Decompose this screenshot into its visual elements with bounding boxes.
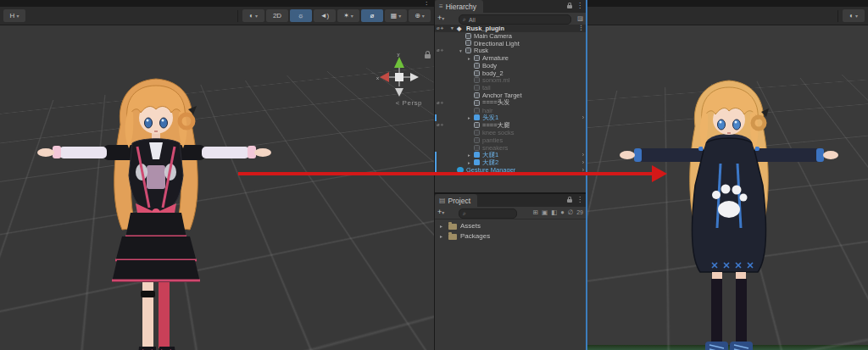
hierarchy-item[interactable]: sonom.ml [435, 77, 587, 85]
hierarchy-item[interactable]: ▸大腿2› [435, 158, 587, 166]
hierarchy-item[interactable]: ø⌖▾Rusk [435, 47, 587, 54]
y-axis-cone [394, 57, 404, 68]
scene-audio-icon[interactable]: ◄) [314, 9, 336, 22]
project-folder-row[interactable]: ▸Assets [435, 220, 587, 231]
right-window-strip [587, 0, 868, 7]
prefab-override-bar [435, 152, 437, 159]
expand-arrow-icon[interactable]: ▸ [440, 233, 445, 239]
visibility-picking-toggles[interactable]: ø⌖ [435, 100, 451, 106]
hierarchy-item[interactable]: ▸头发1› [435, 114, 587, 122]
expand-arrow-icon[interactable]: ▾ [451, 25, 457, 31]
scene-canvas-left[interactable]: y x < Persp [0, 25, 434, 350]
hierarchy-item[interactable]: panties [435, 136, 587, 144]
visibility-picking-toggles[interactable]: ø⌖ [435, 122, 451, 128]
gameobject-icon [474, 55, 480, 61]
expand-arrow-icon[interactable]: ▸ [468, 153, 474, 158]
scene-toolbar-icons: ◐▾2D☼◄)✶▾ø▦▾⊕▾ [237, 9, 431, 22]
y-axis-label: y [398, 53, 400, 57]
prefab-nav-arrow-icon[interactable]: › [582, 114, 584, 122]
lock-icon[interactable] [425, 54, 431, 58]
tab-label: Project [448, 197, 470, 205]
hierarchy-item[interactable]: hair [435, 107, 587, 114]
hierarchy-item[interactable]: ø⌖====大腿 [435, 121, 587, 129]
scene-visibility-icon: ø [370, 12, 375, 19]
item-menu-icon[interactable]: ⋮ [578, 25, 584, 32]
search-filter-value: All [469, 17, 476, 23]
project-search-input[interactable]: ⌕ [459, 208, 517, 219]
hidden-packages-icon[interactable]: ∅ [568, 208, 574, 216]
effects-icon[interactable]: ✶▾ [337, 9, 359, 22]
filter-type-icon[interactable]: ● [560, 208, 565, 216]
tool-handle-dropdown[interactable]: H ▾ [3, 9, 25, 22]
chevron-down-icon: ▾ [442, 210, 444, 215]
hierarchy-item[interactable]: sneakers [435, 144, 587, 152]
hierarchy-item[interactable]: ▸大腿1› [435, 152, 587, 159]
prefab-icon [474, 159, 480, 165]
hierarchy-search-input[interactable]: ⌕ All [459, 14, 571, 25]
expand-arrow-icon[interactable]: ▸ [468, 115, 474, 120]
expand-arrow-icon[interactable]: ▸ [468, 160, 474, 165]
perspective-label[interactable]: < Persp [396, 99, 422, 107]
2d-toggle[interactable]: 2D [266, 9, 288, 22]
create-button[interactable]: +▾ [437, 14, 444, 22]
expand-arrow-icon[interactable]: ▸ [440, 223, 445, 229]
hierarchy-item[interactable]: ø⌖====头发 [435, 99, 587, 107]
lace-up-boots [135, 347, 181, 350]
hierarchy-item[interactable]: Body [435, 62, 587, 69]
scene-lighting-icon: ☼ [298, 12, 303, 19]
scene-canvas-right[interactable] [587, 25, 868, 350]
gameobject-icon [474, 63, 480, 69]
hierarchy-item[interactable]: body_2 [435, 69, 587, 77]
prefab-nav-arrow-icon[interactable]: › [582, 152, 584, 159]
prefab-nav-arrow-icon[interactable]: › [582, 158, 584, 166]
lock-icon[interactable] [567, 199, 572, 203]
hierarchy-item[interactable]: ▸Armature [435, 54, 587, 62]
hierarchy-panel: ≡ Hierarchy ⋮ +▾ ⌕ All ▨ ø⌖▾◆Rusk_plugin… [435, 0, 587, 192]
gizmo-center-cube [395, 73, 403, 81]
packages-icon[interactable]: ▣ [542, 208, 548, 216]
hierarchy-item[interactable]: tail [435, 84, 587, 92]
item-label: Rusk [474, 47, 488, 54]
visibility-picking-toggles[interactable]: ø⌖ [435, 47, 451, 53]
item-label: panties [482, 136, 503, 144]
project-tabstrip: ▤ Project ⋮ [435, 194, 587, 207]
filter-icon[interactable]: ▨ [577, 14, 583, 22]
expand-arrow-icon[interactable]: ▾ [459, 48, 465, 53]
hierarchy-item[interactable]: Anchor Target [435, 92, 587, 99]
2d-toggle: 2D [273, 12, 281, 19]
create-button[interactable]: +▾ [437, 208, 444, 216]
project-folder-row[interactable]: ▸Packages [435, 231, 587, 241]
hierarchy-item[interactable]: Directional Light [435, 40, 587, 47]
gameobject-icon [465, 33, 471, 39]
gizmos-icon[interactable]: ⊕▾ [409, 9, 431, 22]
open-search-icon[interactable]: ⊞ [533, 208, 538, 216]
scene-orientation-gizmo[interactable]: y x [375, 53, 424, 102]
camera-settings-icon[interactable]: ▦▾ [385, 9, 407, 22]
scene-lighting-icon[interactable]: ☼ [290, 9, 312, 22]
scene-visibility-icon[interactable]: ø [361, 9, 383, 22]
panel-menu-icon[interactable]: ⋮ [576, 196, 583, 203]
filter-label-icon[interactable]: ◧ [551, 208, 557, 216]
hierarchy-toolbar: +▾ ⌕ All ▨ [435, 13, 587, 25]
visibility-picking-toggles[interactable]: ø⌖ [435, 25, 451, 31]
character-left-idol-outfit[interactable] [31, 72, 278, 350]
hierarchy-item[interactable]: ø⌖▾◆Rusk_plugin⋮ [435, 25, 587, 32]
prefab-override-bar [435, 158, 437, 166]
axis-cone-down [395, 88, 403, 97]
gameobject-icon [474, 85, 480, 91]
scene-toolbar-right: ◐▾ [587, 7, 868, 25]
hierarchy-item[interactable]: Main Camera [435, 32, 587, 40]
window-menu-icon[interactable]: ⋮ [423, 0, 430, 6]
hierarchy-item[interactable]: knee socks [435, 129, 587, 136]
panel-menu-icon[interactable]: ⋮ [576, 2, 583, 9]
expand-arrow-icon[interactable]: ▸ [468, 56, 474, 61]
lock-icon[interactable] [567, 5, 572, 8]
tab-hierarchy[interactable]: ≡ Hierarchy [435, 0, 483, 13]
shading-mode-icon[interactable]: ◐▾ [843, 9, 865, 22]
tab-project[interactable]: ▤ Project [435, 194, 477, 207]
shading-mode-icon[interactable]: ◐▾ [242, 9, 264, 22]
tool-handle-label: H [10, 12, 15, 19]
character-right-hoodie-outfit[interactable] [614, 75, 844, 350]
chevron-down-icon: ▾ [422, 13, 425, 19]
project-toolbar: +▾ ⌕ ⊞▣◧●∅29 [435, 207, 587, 219]
